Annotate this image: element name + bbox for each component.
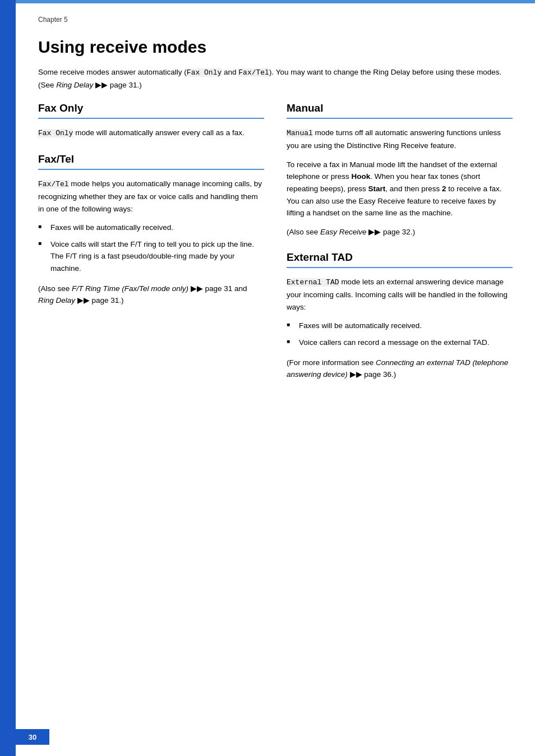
- easy-receive-link: Easy Receive: [320, 228, 367, 236]
- fax-tel-code: Fax/Tel: [38, 180, 69, 188]
- intro-text-between: and: [222, 68, 238, 76]
- page-number-area: 30: [16, 729, 49, 745]
- fax-tel-note-between: ▶▶ page 31 and: [188, 284, 247, 293]
- chapter-label: Chapter 5: [38, 16, 513, 24]
- fax-tel-text: Fax/Tel mode helps you automatically man…: [38, 178, 264, 215]
- external-tad-bullet-1: Faxes will be automatically received.: [287, 320, 513, 332]
- manual-start-bold: Start: [368, 185, 386, 193]
- manual-text-1: Manual mode turns off all automatic answ…: [287, 127, 513, 151]
- external-tad-note-after: ▶▶ page 36.): [348, 370, 396, 379]
- manual-heading: Manual: [287, 102, 513, 119]
- left-column: Fax Only Fax Only mode will automaticall…: [38, 102, 264, 394]
- content-area: Chapter 5 Using receive modes Some recei…: [16, 0, 535, 428]
- fax-only-heading: Fax Only: [38, 102, 264, 119]
- two-column-layout: Fax Only Fax Only mode will automaticall…: [38, 102, 513, 394]
- fax-tel-inline: Fax/Tel: [238, 68, 269, 77]
- page: 30 Chapter 5 Using receive modes Some re…: [0, 0, 535, 756]
- external-tad-section: External TAD External TAD mode lets an e…: [287, 251, 513, 380]
- fax-only-code: Fax Only: [38, 129, 73, 137]
- fax-tel-note-before1: (Also see: [38, 284, 72, 293]
- fax-only-section: Fax Only Fax Only mode will automaticall…: [38, 102, 264, 140]
- manual-hook-bold: Hook: [352, 172, 371, 181]
- ring-delay-link: Ring Delay: [56, 81, 93, 89]
- manual-text-2: To receive a fax in Manual mode lift the…: [287, 159, 513, 219]
- manual-code: Manual: [287, 129, 313, 137]
- fax-only-text: Fax Only mode will automatically answer …: [38, 127, 264, 140]
- external-tad-note-before: (For more information see: [287, 358, 376, 367]
- intro-arrow: ▶▶ page 31.): [93, 81, 142, 89]
- external-tad-heading: External TAD: [287, 251, 513, 268]
- manual-desc-2c: , and then press: [385, 185, 442, 193]
- fax-tel-heading: Fax/Tel: [38, 153, 264, 170]
- fax-tel-description: mode helps you automatically manage inco…: [38, 179, 262, 213]
- fax-tel-bullet-2: Voice calls will start the F/T ring to t…: [38, 238, 264, 275]
- external-tad-code: External TAD: [287, 278, 339, 287]
- fax-tel-note-after: ▶▶ page 31.): [75, 296, 124, 305]
- external-tad-bullets: Faxes will be automatically received. Vo…: [287, 320, 513, 348]
- main-title: Using receive modes: [38, 37, 513, 57]
- manual-note-before: (Also see: [287, 228, 320, 236]
- external-tad-bullet-2: Voice callers can record a message on th…: [287, 336, 513, 349]
- manual-note: (Also see Easy Receive ▶▶ page 32.): [287, 226, 513, 238]
- ft-ring-time-link: F/T Ring Time (Fax/Tel mode only): [72, 284, 188, 293]
- external-tad-note: (For more information see Connecting an …: [287, 357, 513, 381]
- fax-tel-note: (Also see F/T Ring Time (Fax/Tel mode on…: [38, 283, 264, 307]
- intro-text-before: Some receive modes answer automatically …: [38, 68, 187, 76]
- fax-tel-bullet-1: Faxes will be automatically received.: [38, 222, 264, 234]
- fax-tel-bullets: Faxes will be automatically received. Vo…: [38, 222, 264, 274]
- manual-note-after: ▶▶ page 32.): [367, 228, 416, 236]
- fax-tel-section: Fax/Tel Fax/Tel mode helps you automatic…: [38, 153, 264, 307]
- page-number: 30: [29, 733, 36, 741]
- right-column: Manual Manual mode turns off all automat…: [287, 102, 513, 394]
- ring-delay-link2: Ring Delay: [38, 296, 75, 305]
- manual-description-1: mode turns off all automatic answering f…: [287, 128, 501, 150]
- manual-section: Manual Manual mode turns off all automat…: [287, 102, 513, 238]
- intro-paragraph: Some receive modes answer automatically …: [38, 66, 513, 91]
- fax-only-inline: Fax Only: [187, 68, 222, 77]
- fax-only-description: mode will automatically answer every cal…: [73, 128, 244, 137]
- left-accent-bar: [0, 0, 16, 756]
- external-tad-text: External TAD mode lets an external answe…: [287, 276, 513, 313]
